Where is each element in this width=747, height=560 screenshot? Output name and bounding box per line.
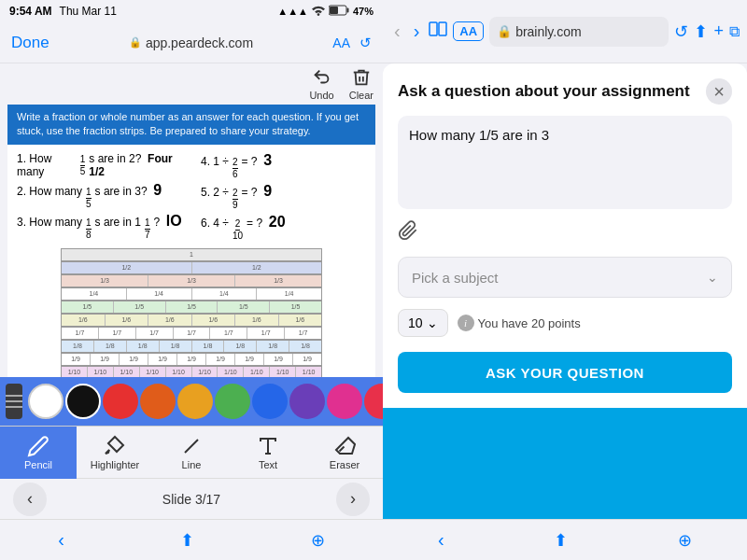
question-input[interactable]: How many 1/5 are in 3 xyxy=(398,116,732,209)
question-4: 4. 1 ÷ 26 = ? 3 xyxy=(201,152,366,179)
url-display: 🔒 app.peardeck.com xyxy=(129,35,253,50)
svg-line-6 xyxy=(185,440,198,453)
info-icon[interactable]: i xyxy=(458,315,474,331)
ask-question-button[interactable]: ASK YOUR QUESTION xyxy=(398,352,732,393)
highlighter-tool[interactable]: Highlighter xyxy=(77,427,153,479)
battery-percent: 47% xyxy=(353,6,374,17)
wifi-icon xyxy=(312,5,325,18)
pencil-tool[interactable]: Pencil xyxy=(0,427,77,479)
color-palette xyxy=(0,377,383,426)
svg-rect-7 xyxy=(430,22,437,35)
modal-title: Ask a question about your assignment xyxy=(398,82,690,101)
tabs-icon[interactable]: ⧉ xyxy=(729,23,740,40)
new-tab-icon[interactable]: + xyxy=(713,21,724,41)
url-text: app.peardeck.com xyxy=(146,35,253,50)
color-orange[interactable] xyxy=(140,384,176,419)
sidebar-toggle[interactable] xyxy=(6,384,22,419)
modal-header: Ask a question about your assignment × xyxy=(383,63,747,116)
points-select[interactable]: 10 ⌄ xyxy=(398,309,448,337)
question-6: 6. 4 ÷ 210 = ? 20 xyxy=(201,214,366,241)
text-tool[interactable]: Text xyxy=(230,427,306,479)
fraction-strips: 1 1/2 1/2 1/3 1/3 1/3 1/41/4 1/41/4 1/5 … xyxy=(61,248,322,377)
question-3: 3. How many 18 s are in 1 17 ? lO xyxy=(17,213,182,240)
instruction-box: Write a fraction or whole number as an a… xyxy=(7,105,375,145)
right-compass-nav[interactable]: ⊕ xyxy=(678,530,692,551)
points-value: 10 xyxy=(408,315,423,330)
svg-rect-2 xyxy=(330,7,338,14)
brainly-modal: Ask a question about your assignment × H… xyxy=(383,63,747,560)
reload-icon[interactable]: ↺ xyxy=(359,35,372,51)
line-tool[interactable]: Line xyxy=(153,427,230,479)
content-area: Write a fraction or whole number as an a… xyxy=(7,105,375,377)
svg-rect-5 xyxy=(6,406,22,408)
compass-icon[interactable]: ⊕ xyxy=(311,530,325,551)
undo-button[interactable]: Undo xyxy=(309,67,333,101)
points-label: You have 20 points xyxy=(478,316,581,330)
modal-close-button[interactable]: × xyxy=(706,78,732,105)
right-back-nav[interactable]: ‹ xyxy=(438,529,444,551)
top-toolbar: Undo Clear xyxy=(0,63,383,105)
lock-icon: 🔒 xyxy=(129,36,142,49)
points-info: i You have 20 points xyxy=(458,315,581,331)
svg-rect-1 xyxy=(346,8,348,13)
question-5: 5. 2 ÷ 29 = ? 9 xyxy=(201,183,366,210)
done-button[interactable]: Done xyxy=(11,34,49,52)
right-nav-bar: ‹ › AA 🔒 brainly.com ↺ ⬆ + ⧉ xyxy=(383,0,747,63)
prev-slide-button[interactable]: ‹ xyxy=(13,483,47,516)
subject-select[interactable]: Pick a subject ⌄ xyxy=(398,257,732,298)
left-nav-bar: Done 🔒 app.peardeck.com AA ↺ xyxy=(0,22,383,63)
question-1: 1. How many 15 s are in 2? Four 1/2 xyxy=(17,152,182,178)
reload-icon-right[interactable]: ↺ xyxy=(674,21,688,42)
color-red[interactable] xyxy=(103,384,138,419)
right-share-nav[interactable]: ⬆ xyxy=(554,530,568,551)
aa-button-right[interactable]: AA xyxy=(453,21,484,41)
attach-button[interactable] xyxy=(398,220,732,245)
date-display: Thu Mar 11 xyxy=(60,5,117,18)
color-blue[interactable] xyxy=(252,384,288,419)
points-row: 10 ⌄ i You have 20 points xyxy=(398,309,732,337)
left-panel: 9:54 AM Thu Mar 11 ▲▲▲ 47% Done 🔒 app.pe… xyxy=(0,0,383,560)
share-icon-right[interactable]: ⬆ xyxy=(694,21,708,42)
slide-navigation: ‹ Slide 3/17 › xyxy=(0,478,383,519)
chevron-down-icon: ⌄ xyxy=(707,270,718,285)
right-bottom-bar: ‹ ⬆ ⊕ xyxy=(383,519,747,560)
color-yellow[interactable] xyxy=(177,384,213,419)
bottom-tools: Pencil Highlighter Line Text Eraser ‹ Sl… xyxy=(0,377,383,560)
subject-placeholder: Pick a subject xyxy=(412,270,499,286)
eraser-tool[interactable]: Eraser xyxy=(306,427,383,479)
svg-rect-3 xyxy=(6,395,22,397)
slide-indicator: Slide 3/17 xyxy=(162,492,220,507)
clear-button[interactable]: Clear xyxy=(349,67,374,101)
status-bar: 9:54 AM Thu Mar 11 ▲▲▲ 47% xyxy=(0,0,383,22)
question-2: 2. How many 15 s are in 3? 9 xyxy=(17,182,182,209)
svg-rect-8 xyxy=(439,22,446,35)
time-display: 9:54 AM xyxy=(9,5,52,18)
color-pink[interactable] xyxy=(327,384,362,419)
right-panel: ‹ › AA 🔒 brainly.com ↺ ⬆ + ⧉ Ask a quest… xyxy=(383,0,747,560)
tool-row: Pencil Highlighter Line Text Eraser xyxy=(0,426,383,478)
share-icon[interactable]: ⬆ xyxy=(180,530,194,551)
color-white[interactable] xyxy=(28,384,63,419)
svg-rect-4 xyxy=(6,400,22,402)
right-forward-arrow[interactable]: › xyxy=(410,21,424,42)
right-back-arrow[interactable]: ‹ xyxy=(390,21,404,42)
battery-icon xyxy=(329,5,349,18)
signal-icon: ▲▲▲ xyxy=(277,6,308,17)
lock-icon-right: 🔒 xyxy=(497,24,512,38)
left-bottom-bar: ‹ ⬆ ⊕ xyxy=(0,519,383,560)
worksheet: 1. How many 15 s are in 2? Four 1/2 2. H… xyxy=(7,145,375,377)
back-arrow[interactable]: ‹ xyxy=(58,529,64,551)
aa-button[interactable]: AA xyxy=(332,35,350,50)
points-chevron-icon: ⌄ xyxy=(427,315,438,330)
color-black[interactable] xyxy=(65,384,101,419)
url-bar-right[interactable]: 🔒 brainly.com xyxy=(489,17,669,47)
next-slide-button[interactable]: › xyxy=(336,483,370,516)
color-green[interactable] xyxy=(215,384,250,419)
color-purple[interactable] xyxy=(289,384,325,419)
book-icon xyxy=(429,21,447,42)
